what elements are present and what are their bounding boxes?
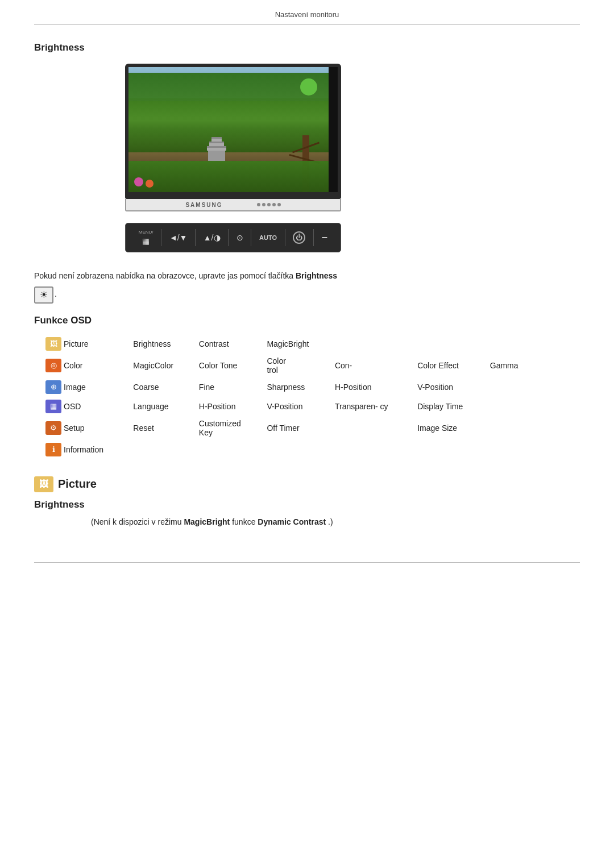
osd-col-colortone: Color Tone xyxy=(196,354,264,377)
nav-button-label: ◄/▼ xyxy=(169,233,188,242)
flowers-left xyxy=(134,177,143,186)
osd-row-label: 🖼 Picture xyxy=(45,337,123,351)
monitor-bezel xyxy=(125,64,341,199)
osd-col-hposition: H-Position xyxy=(331,377,414,397)
osd-row-label: ⊕ Image xyxy=(45,380,123,394)
brightness-info: Pokud není zobrazena nabídka na obrazovc… xyxy=(34,269,580,304)
osd-row-label: ▦ OSD xyxy=(45,400,123,413)
monitor-image-wrap: SAMSUNG xyxy=(125,64,580,211)
picture-section-icon: 🖼 xyxy=(34,476,53,492)
osd-col-transparency: Transparen- cy xyxy=(331,397,414,416)
osd-row-label: ◎ Color xyxy=(45,359,123,372)
table-row: ◎ Color MagicColor Color Tone Colortrol … xyxy=(45,354,537,377)
table-row: ⊕ Image Coarse Fine Sharpness H-Position… xyxy=(45,377,537,397)
table-row: ⚙ Setup Reset CustomizedKey Off Timer Im… xyxy=(45,416,537,440)
monitor-button-bar: MENU/ ▦ ◄/▼ ▲/◑ ⊙ AUTO ⏻ − xyxy=(125,223,341,252)
table-row: ℹ Information xyxy=(45,440,537,459)
osd-col-fine: Fine xyxy=(196,377,264,397)
osd-col-sharpness: Sharpness xyxy=(263,377,331,397)
osd-col-brightness: Brightness xyxy=(130,334,196,354)
osd-col-imagesize: Image Size xyxy=(414,416,487,440)
osd-col-offtimer: Off Timer xyxy=(263,416,331,440)
foreground-green xyxy=(128,161,329,192)
brightness-section-title: Brightness xyxy=(34,42,580,53)
picture-brightness-heading: Brightness xyxy=(34,499,580,510)
auto-button-label: AUTO xyxy=(259,234,277,241)
osd-col-customizedkey: CustomizedKey xyxy=(196,416,264,440)
osd-col-magiccolor: MagicColor xyxy=(130,354,196,377)
picture-icon: 🖼 xyxy=(45,337,61,351)
osd-col-con: Con- xyxy=(331,354,414,377)
brightness-info-text: Pokud není zobrazena nabídka na obrazovc… xyxy=(34,269,580,283)
osd-col-vpos: V-Position xyxy=(263,397,331,416)
samsung-brand: SAMSUNG xyxy=(185,202,222,208)
monitor-illustration: SAMSUNG xyxy=(125,64,341,211)
osd-icon-cell: 🖼 Picture xyxy=(45,334,130,354)
osd-col-contrast: Contrast xyxy=(196,334,264,354)
osd-icon: ▦ xyxy=(45,400,61,413)
green-balloon xyxy=(300,78,317,95)
osd-icon-cell: ⚙ Setup xyxy=(45,416,130,440)
osd-col-colortrol: Colortrol xyxy=(263,354,331,377)
osd-col-empty3 xyxy=(331,416,414,440)
flowers-left2 xyxy=(146,180,154,188)
osd-section-title: Funkce OSD xyxy=(34,315,580,326)
osd-col-language: Language xyxy=(130,397,196,416)
monitor-scene xyxy=(128,67,329,192)
brightness-icon-row: ☀ . xyxy=(34,285,580,304)
picture-section-header: 🖼 Picture xyxy=(34,476,580,492)
osd-col-gamma: Gamma xyxy=(487,354,537,377)
osd-table: 🖼 Picture Brightness Contrast MagicBrigh… xyxy=(45,334,537,459)
osd-col-displaytime: Display Time xyxy=(414,397,487,416)
btn-separator-3 xyxy=(228,229,229,246)
monitor-dots xyxy=(257,203,281,206)
osd-col-empty1 xyxy=(331,334,414,354)
monitor-bottom-bar: SAMSUNG xyxy=(125,199,341,211)
brightness-button-label: ▲/◑ xyxy=(204,233,221,242)
picture-brightness-note: (Není k dispozici v režimu MagicBright f… xyxy=(91,516,580,528)
setup-icon: ⚙ xyxy=(45,421,61,435)
osd-col-hpos: H-Position xyxy=(196,397,264,416)
osd-col-vposition: V-Position xyxy=(414,377,487,397)
picture-section-title: Picture xyxy=(58,477,97,491)
osd-col-empty2 xyxy=(414,334,487,354)
input-button-label: ⊙ xyxy=(237,233,243,242)
btn-separator-4 xyxy=(251,229,251,246)
osd-icon-cell: ℹ Information xyxy=(45,440,130,459)
btn-separator-6 xyxy=(313,229,314,246)
btn-separator-2 xyxy=(195,229,196,246)
osd-icon-cell: ⊕ Image xyxy=(45,377,130,397)
osd-icon-cell: ▦ OSD xyxy=(45,397,130,416)
brightness-icon: ☀ xyxy=(34,286,53,304)
osd-col-magicbright: MagicBright xyxy=(263,334,331,354)
btn-separator-5 xyxy=(285,229,285,246)
osd-col-reset: Reset xyxy=(130,416,196,440)
osd-row-label: ⚙ Setup xyxy=(45,421,123,435)
osd-col-coarse: Coarse xyxy=(130,377,196,397)
page-title: Nastavení monitoru xyxy=(275,10,339,19)
pagoda xyxy=(202,137,231,161)
osd-row-label: ℹ Information xyxy=(45,443,123,456)
monitor-screen xyxy=(128,67,329,192)
table-row: ▦ OSD Language H-Position V-Position Tra… xyxy=(45,397,537,416)
image-icon: ⊕ xyxy=(45,380,61,394)
osd-col-coloreffect: Color Effect xyxy=(414,354,487,377)
top-divider xyxy=(34,24,580,25)
power-button: ⏻ xyxy=(293,231,305,244)
page-header: Nastavení monitoru xyxy=(0,0,614,24)
btn-separator-1 xyxy=(161,229,161,246)
bottom-divider xyxy=(34,562,580,563)
osd-icon-cell: ◎ Color xyxy=(45,354,130,377)
color-icon: ◎ xyxy=(45,359,61,372)
information-icon: ℹ xyxy=(45,443,61,456)
table-row: 🖼 Picture Brightness Contrast MagicBrigh… xyxy=(45,334,537,354)
menu-button-label: MENU/ ▦ xyxy=(139,230,154,246)
minus-button: − xyxy=(322,232,328,244)
